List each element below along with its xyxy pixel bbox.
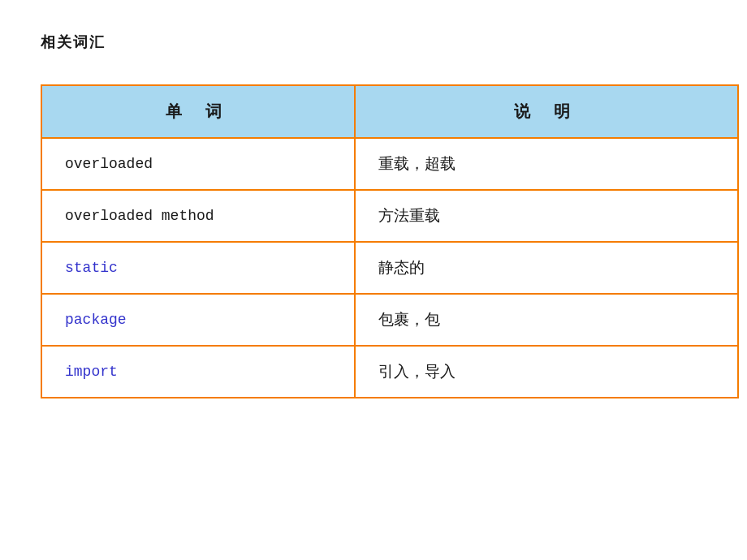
table-row: import引入，导入 — [41, 346, 738, 398]
word-cell: static — [41, 242, 355, 294]
table-row: overloaded重载，超载 — [41, 138, 738, 190]
meaning-cell: 重载，超载 — [355, 138, 738, 190]
table-row: package包裹，包 — [41, 294, 738, 346]
col1-header: 单 词 — [41, 85, 355, 138]
word-cell: import — [41, 346, 355, 398]
meaning-cell: 方法重载 — [355, 190, 738, 242]
word-cell: overloaded method — [41, 190, 355, 242]
word-cell: overloaded — [41, 138, 355, 190]
table-row: overloaded method方法重载 — [41, 190, 738, 242]
meaning-cell: 静态的 — [355, 242, 738, 294]
table-row: static静态的 — [41, 242, 738, 294]
meaning-cell: 包裹，包 — [355, 294, 738, 346]
word-cell: package — [41, 294, 355, 346]
col2-header: 说 明 — [355, 85, 738, 138]
meaning-cell: 引入，导入 — [355, 346, 738, 398]
page-title: 相关词汇 — [41, 32, 706, 52]
vocab-table: 单 词 说 明 overloaded重载，超载overloaded method… — [41, 84, 739, 398]
